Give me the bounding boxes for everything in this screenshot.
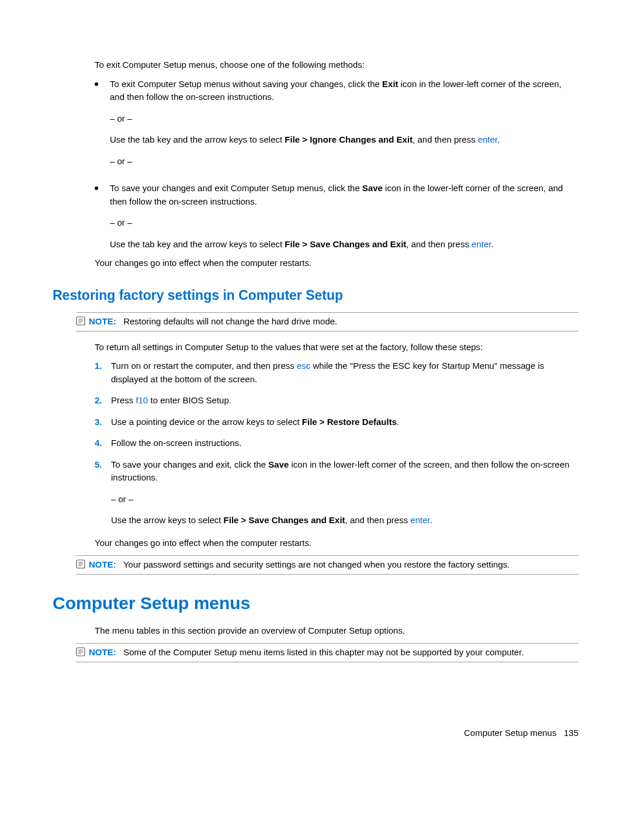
bold-save: Save <box>362 183 383 193</box>
step-number: 2. <box>95 394 111 407</box>
step-number: 3. <box>95 416 111 429</box>
step-number: 4. <box>95 437 111 450</box>
footer-section-title: Computer Setup menus <box>464 728 556 738</box>
note-box: NOTE: Your password settings and securit… <box>76 555 578 575</box>
note-label: NOTE: <box>89 647 116 657</box>
body-text: Follow the on-screen instructions. <box>111 437 578 450</box>
key-enter: enter <box>410 515 429 525</box>
section2-intro: The menu tables in this section provide … <box>95 624 578 638</box>
note-text-content: Your password settings and security sett… <box>123 559 510 569</box>
body-text: . <box>497 134 500 144</box>
body-text: To save your changes and exit, click the <box>111 459 268 469</box>
bullet-item-save: To save your changes and exit Computer S… <box>95 182 578 251</box>
or-divider: – or – <box>111 493 578 506</box>
step-2: 2. Press f10 to enter BIOS Setup. <box>95 394 578 407</box>
or-divider: – or – <box>110 112 578 126</box>
bold-menu-path: File > Restore Defaults <box>302 417 397 427</box>
step-1: 1. Turn on or restart the computer, and … <box>95 359 578 386</box>
step-3: 3. Use a pointing device or the arrow ke… <box>95 416 578 429</box>
note-text-content: Restoring defaults will not change the h… <box>123 316 337 326</box>
bold-menu-path: File > Save Changes and Exit <box>285 239 406 249</box>
note-icon <box>76 316 85 326</box>
bullet-dot-icon <box>95 82 98 86</box>
body-text: Use the tab key and the arrow keys to se… <box>110 134 285 144</box>
or-divider: – or – <box>110 155 578 168</box>
step-number: 1. <box>95 359 111 386</box>
heading-restoring-factory: Restoring factory settings in Computer S… <box>53 285 578 306</box>
note-label: NOTE: <box>89 316 116 326</box>
key-enter: enter <box>471 239 491 249</box>
body-text: , and then press <box>345 515 411 525</box>
step-5: 5. To save your changes and exit, click … <box>95 458 578 527</box>
note-icon <box>76 559 85 569</box>
changes-effect-para: Your changes go into effect when the com… <box>95 537 578 550</box>
key-enter: enter <box>478 134 497 144</box>
changes-effect-para: Your changes go into effect when the com… <box>95 257 578 270</box>
bold-save: Save <box>268 459 289 469</box>
body-text: . <box>430 515 432 525</box>
body-text: Use the arrow keys to select <box>111 515 224 525</box>
body-text: , and then press <box>406 239 471 249</box>
key-esc: esc <box>297 361 310 371</box>
body-text: . <box>491 239 493 249</box>
body-text: Press <box>111 395 136 405</box>
section1-intro: To return all settings in Computer Setup… <box>95 341 578 354</box>
body-text: To save your changes and exit Computer S… <box>110 183 362 193</box>
body-text: Use a pointing device or the arrow keys … <box>111 417 302 427</box>
page-footer: Computer Setup menus 135 <box>53 727 578 740</box>
body-text: to enter BIOS Setup. <box>148 395 231 405</box>
footer-page-number: 135 <box>564 728 578 738</box>
key-f10: f10 <box>136 395 148 405</box>
body-text: Turn on or restart the computer, and the… <box>111 361 297 371</box>
note-label: NOTE: <box>89 559 116 569</box>
body-text: , and then press <box>412 134 478 144</box>
note-icon <box>76 647 85 656</box>
step-4: 4. Follow the on-screen instructions. <box>95 437 578 450</box>
bullet-dot-icon <box>95 186 98 190</box>
bold-exit: Exit <box>382 79 398 89</box>
body-text: . <box>397 417 399 427</box>
body-text: To exit Computer Setup menus without sav… <box>110 79 382 89</box>
bold-menu-path: File > Ignore Changes and Exit <box>285 134 412 144</box>
body-text: Use the tab key and the arrow keys to se… <box>110 239 285 249</box>
note-box: NOTE: Some of the Computer Setup menu it… <box>76 643 578 662</box>
note-text-content: Some of the Computer Setup menu items li… <box>123 647 523 657</box>
bullet-item-exit: To exit Computer Setup menus without sav… <box>95 78 578 177</box>
heading-computer-setup-menus: Computer Setup menus <box>53 590 578 616</box>
step-number: 5. <box>95 458 111 527</box>
or-divider: – or – <box>110 216 578 230</box>
bold-menu-path: File > Save Changes and Exit <box>224 515 345 525</box>
note-box: NOTE: Restoring defaults will not change… <box>76 312 578 331</box>
intro-para: To exit Computer Setup menus, choose one… <box>95 58 578 72</box>
